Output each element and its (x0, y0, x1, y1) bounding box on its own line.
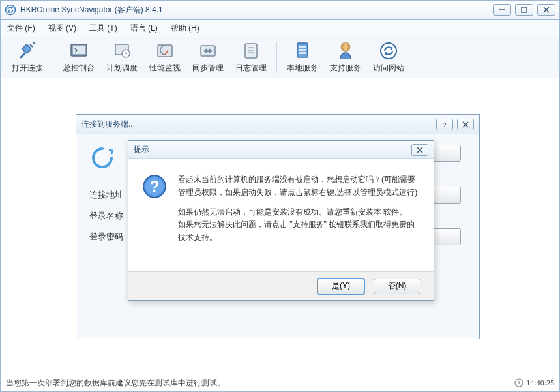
svg-point-20 (342, 44, 349, 50)
minimize-button[interactable] (493, 4, 511, 16)
dialog-title: 连接到服务端... (81, 119, 432, 130)
toolbar-separator (53, 42, 53, 73)
yes-button[interactable]: 是(Y) (317, 279, 364, 294)
svg-point-0 (6, 5, 16, 15)
tb-label: 日志管理 (235, 63, 267, 74)
svg-rect-19 (299, 52, 306, 54)
support-icon (335, 40, 356, 61)
msgbox-footer: 是(Y) 否(N) (128, 271, 434, 300)
tb-website[interactable]: 访问网站 (367, 37, 410, 77)
plug-icon (17, 40, 38, 61)
close-button[interactable] (537, 4, 555, 16)
server-icon (292, 40, 313, 61)
menu-help[interactable]: 帮助 (H) (171, 23, 199, 34)
msgbox-titlebar: 提示 (128, 141, 434, 159)
svg-rect-2 (522, 7, 527, 12)
menubar: 文件 (F) 视图 (V) 工具 (T) 语言 (L) 帮助 (H) (0, 20, 560, 37)
statusbar: 当您第一次部署到您的数据库前建议您先在测试库中进行测试。 14:40:25 (0, 374, 560, 392)
tb-console[interactable]: 总控制台 (57, 37, 100, 77)
toolbar-separator (276, 42, 277, 73)
status-text: 当您第一次部署到您的数据库前建议您先在测试库中进行测试。 (6, 378, 514, 389)
app-logo-icon (5, 4, 16, 16)
svg-point-22 (381, 43, 396, 59)
svg-rect-18 (299, 49, 306, 51)
tb-support[interactable]: 支持服务 (324, 37, 367, 77)
window-controls (493, 4, 555, 16)
log-icon (241, 40, 261, 61)
clock-icon (514, 378, 523, 387)
svg-rect-5 (22, 44, 31, 53)
menu-tools[interactable]: 工具 (T) (89, 23, 117, 34)
tb-logmgr[interactable]: 日志管理 (229, 37, 273, 77)
tb-label: 同步管理 (192, 63, 224, 74)
msg-line2: 如果仍然无法启动，可能是安装没有成功。请您重新安装本 软件。 (178, 206, 420, 219)
window-title: HKROnline SyncNavigator (客户端) 8.4.1 (20, 5, 493, 16)
menu-file[interactable]: 文件 (F) (7, 23, 35, 34)
svg-text:?: ? (150, 177, 160, 195)
svg-rect-7 (73, 46, 85, 54)
tb-label: 支持服务 (330, 63, 361, 74)
svg-text:?: ? (443, 121, 446, 128)
window-titlebar: HKROnline SyncNavigator (客户端) 8.4.1 (0, 0, 560, 20)
tb-label: 本地服务 (287, 63, 318, 74)
tb-label: 打开连接 (12, 63, 43, 74)
menu-language[interactable]: 语言 (L) (130, 23, 158, 34)
dialog-help-button[interactable]: ? (436, 119, 453, 130)
tb-syncmgr[interactable]: 同步管理 (186, 37, 229, 77)
tb-schedule[interactable]: 计划调度 (100, 37, 143, 77)
tb-label: 总控制台 (63, 63, 95, 74)
status-time: 14:40:25 (526, 378, 554, 388)
schedule-icon (111, 40, 132, 61)
console-icon (68, 40, 89, 61)
tb-label: 性能监视 (149, 63, 181, 74)
maximize-button[interactable] (515, 4, 533, 16)
tb-label: 计划调度 (106, 63, 138, 74)
msgbox-body: ? 看起来当前的计算机的服务端没有被启动，您想启动它吗？(可能需要管理员权限，如… (128, 159, 434, 251)
refresh-icon (378, 40, 399, 61)
tb-label: 访问网站 (373, 63, 404, 74)
msgbox-title: 提示 (134, 144, 411, 155)
dialog-close-button[interactable] (457, 119, 474, 130)
no-button[interactable]: 否(N) (374, 279, 420, 294)
content-area: 连接到服务端... ? 连接地址 登录名称 登录密码 提示 (0, 78, 560, 374)
tb-open-connection[interactable]: 打开连接 (6, 37, 49, 77)
sync-icon (198, 40, 218, 61)
msgbox-close-button[interactable] (411, 144, 428, 156)
swirl-icon (89, 145, 115, 171)
question-icon: ? (141, 173, 168, 200)
tb-perfmon[interactable]: 性能监视 (143, 37, 186, 77)
svg-rect-12 (245, 44, 257, 58)
tb-localsvc[interactable]: 本地服务 (281, 37, 324, 77)
toolbar: 打开连接 总控制台 计划调度 性能监视 同步管理 日志管理 本地服务 支持服务 … (0, 37, 560, 78)
dialog-titlebar: 连接到服务端... ? (76, 115, 479, 134)
msg-line3: 如果您无法解决此问题，请点击 "支持服务" 按钮联系我们取得免费的技术支持。 (178, 219, 420, 245)
svg-rect-17 (299, 46, 306, 48)
gauge-icon (155, 40, 175, 61)
menu-view[interactable]: 视图 (V) (48, 23, 76, 34)
msgbox-text: 看起来当前的计算机的服务端没有被启动，您想启动它吗？(可能需要管理员权限，如果启… (178, 173, 420, 245)
msg-line1: 看起来当前的计算机的服务端没有被启动，您想启动它吗？(可能需要管理员权限，如果启… (178, 173, 420, 200)
message-box: 提示 ? 看起来当前的计算机的服务端没有被启动，您想启动它吗？(可能需要管理员权… (128, 140, 434, 301)
